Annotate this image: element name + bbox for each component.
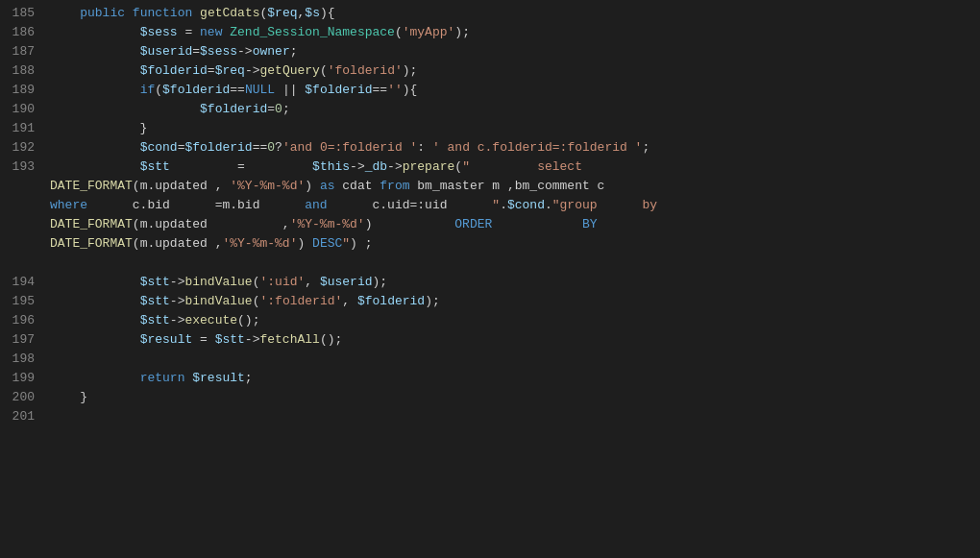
line-number: 194: [0, 273, 50, 292]
line-number: 201: [0, 407, 50, 426]
line-content: $cond=$folderid==0?'and 0=:folderid ': '…: [50, 138, 980, 158]
code-line-186: 186 $sess = new Zend_Session_Namespace('…: [0, 23, 980, 42]
line-number: 186: [0, 23, 50, 42]
line-number: 192: [0, 138, 50, 158]
continuation-content: where c.bid =m.bid and c.uid=:uid ".$con…: [50, 196, 657, 215]
blank-line: [0, 254, 980, 273]
code-line-192: 192 $cond=$folderid==0?'and 0=:folderid …: [0, 138, 980, 158]
line-content: return $result;: [50, 369, 980, 388]
line-number: 188: [0, 61, 50, 81]
code-line-200: 200 }: [0, 388, 980, 407]
continuation-line-193b: where c.bid =m.bid and c.uid=:uid ".$con…: [0, 196, 980, 215]
code-line-185: 185 public function getCdats($req,$s){: [0, 4, 980, 23]
code-line-191: 191 }: [0, 119, 980, 138]
line-number: 189: [0, 81, 50, 100]
line-content: $stt->bindValue(':uid', $userid);: [50, 273, 980, 292]
continuation-line-193c: DATE_FORMAT(m.updated ,'%Y-%m-%d') ORDER…: [0, 215, 980, 234]
line-content: $userid=$sess->owner;: [50, 42, 980, 61]
code-line-196: 196 $stt->execute();: [0, 311, 980, 330]
line-content: $folderid=0;: [50, 100, 980, 119]
line-number: 199: [0, 369, 50, 388]
line-content: $folderid=$req->getQuery('folderid');: [50, 61, 980, 81]
continuation-line-193d: DATE_FORMAT(m.updated ,'%Y-%m-%d') DESC"…: [0, 234, 980, 254]
line-number: 197: [0, 330, 50, 350]
code-line-187: 187 $userid=$sess->owner;: [0, 42, 980, 61]
line-content: $sess = new Zend_Session_Namespace('myAp…: [50, 23, 980, 42]
continuation-content: DATE_FORMAT(m.updated ,'%Y-%m-%d') DESC"…: [50, 234, 373, 254]
continuation-content: DATE_FORMAT(m.updated ,'%Y-%m-%d') ORDER…: [50, 215, 598, 234]
line-content: }: [50, 388, 980, 407]
code-editor: 185 public function getCdats($req,$s){ 1…: [0, 0, 980, 430]
line-number: 196: [0, 311, 50, 330]
line-content: $stt = $this->_db->prepare(" select: [50, 158, 980, 177]
line-number: 187: [0, 42, 50, 61]
line-number: 193: [0, 158, 50, 177]
code-line-199: 199 return $result;: [0, 369, 980, 388]
code-line-189: 189 if($folderid==NULL || $folderid=='')…: [0, 81, 980, 100]
line-content: $stt->bindValue(':folderid', $folderid);: [50, 292, 980, 311]
line-number: 200: [0, 388, 50, 407]
line-content: public function getCdats($req,$s){: [50, 4, 980, 23]
code-line-194: 194 $stt->bindValue(':uid', $userid);: [0, 273, 980, 292]
continuation-line-193a: DATE_FORMAT(m.updated , '%Y-%m-%d') as c…: [0, 177, 980, 196]
line-number: 190: [0, 100, 50, 119]
blank-line-201: 201: [0, 407, 980, 426]
code-line-197: 197 $result = $stt->fetchAll();: [0, 330, 980, 350]
line-number: 185: [0, 4, 50, 23]
line-content: $result = $stt->fetchAll();: [50, 330, 980, 350]
code-line-193: 193 $stt = $this->_db->prepare(" select: [0, 158, 980, 177]
continuation-content: DATE_FORMAT(m.updated , '%Y-%m-%d') as c…: [50, 177, 604, 196]
line-number: 195: [0, 292, 50, 311]
line-number: 191: [0, 119, 50, 138]
line-content: if($folderid==NULL || $folderid==''){: [50, 81, 980, 100]
code-line-190: 190 $folderid=0;: [0, 100, 980, 119]
blank-line-198: 198: [0, 350, 980, 369]
line-content: }: [50, 119, 980, 138]
code-line-195: 195 $stt->bindValue(':folderid', $folder…: [0, 292, 980, 311]
line-number: 198: [0, 350, 50, 369]
code-line-188: 188 $folderid=$req->getQuery('folderid')…: [0, 61, 980, 81]
line-content: $stt->execute();: [50, 311, 980, 330]
